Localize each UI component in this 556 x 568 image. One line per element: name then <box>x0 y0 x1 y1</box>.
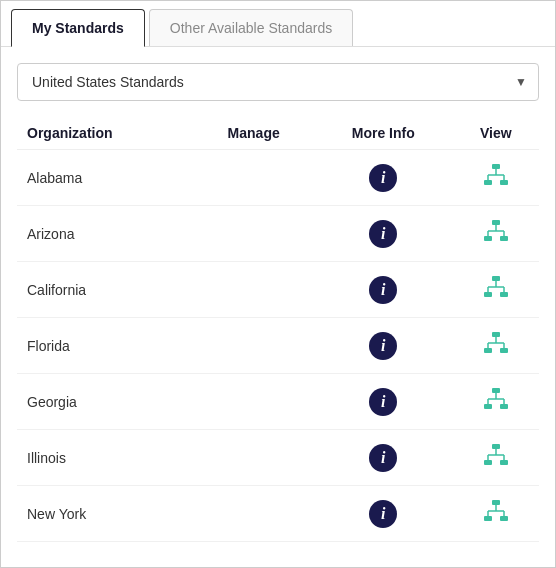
table-row: Arizonai <box>17 206 539 262</box>
cell-manage <box>193 150 314 206</box>
cell-more-info: i <box>314 206 453 262</box>
table-row: New Yorki <box>17 486 539 542</box>
cell-organization: Georgia <box>17 374 193 430</box>
tab-my-standards[interactable]: My Standards <box>11 9 145 47</box>
cell-view <box>453 262 539 318</box>
tab-other-standards[interactable]: Other Available Standards <box>149 9 353 46</box>
svg-rect-7 <box>492 220 500 225</box>
cell-view <box>453 486 539 542</box>
svg-rect-14 <box>492 276 500 281</box>
view-hierarchy-button[interactable] <box>482 498 510 526</box>
cell-organization: New York <box>17 486 193 542</box>
view-hierarchy-button[interactable] <box>482 442 510 470</box>
standards-dropdown-wrapper: United States StandardsInternational Sta… <box>17 63 539 101</box>
cell-organization: Arizona <box>17 206 193 262</box>
standards-table-area: Organization Manage More Info View Alaba… <box>17 117 539 567</box>
svg-rect-1 <box>484 180 492 185</box>
cell-more-info: i <box>314 374 453 430</box>
view-hierarchy-button[interactable] <box>482 386 510 414</box>
svg-rect-36 <box>484 460 492 465</box>
info-icon-button[interactable]: i <box>369 276 397 304</box>
svg-rect-28 <box>492 388 500 393</box>
cell-view <box>453 206 539 262</box>
svg-rect-22 <box>484 348 492 353</box>
cell-organization: Illinois <box>17 430 193 486</box>
cell-organization: Florida <box>17 318 193 374</box>
cell-manage <box>193 486 314 542</box>
svg-rect-29 <box>484 404 492 409</box>
content-area: United States StandardsInternational Sta… <box>1 47 555 567</box>
cell-manage <box>193 430 314 486</box>
svg-rect-23 <box>500 348 508 353</box>
cell-manage <box>193 318 314 374</box>
svg-rect-37 <box>500 460 508 465</box>
cell-manage <box>193 262 314 318</box>
cell-more-info: i <box>314 318 453 374</box>
col-header-manage: Manage <box>193 117 314 150</box>
view-hierarchy-button[interactable] <box>482 274 510 302</box>
svg-rect-44 <box>500 516 508 521</box>
view-hierarchy-button[interactable] <box>482 162 510 190</box>
info-icon-button[interactable]: i <box>369 220 397 248</box>
cell-more-info: i <box>314 262 453 318</box>
table-header-row: Organization Manage More Info View <box>17 117 539 150</box>
svg-rect-15 <box>484 292 492 297</box>
col-header-more-info: More Info <box>314 117 453 150</box>
svg-rect-42 <box>492 500 500 505</box>
cell-organization: Alabama <box>17 150 193 206</box>
table-row: Californiai <box>17 262 539 318</box>
standards-dropdown[interactable]: United States StandardsInternational Sta… <box>17 63 539 101</box>
info-icon-button[interactable]: i <box>369 444 397 472</box>
cell-more-info: i <box>314 486 453 542</box>
svg-rect-0 <box>492 164 500 169</box>
svg-rect-21 <box>492 332 500 337</box>
svg-rect-8 <box>484 236 492 241</box>
view-hierarchy-button[interactable] <box>482 330 510 358</box>
table-row: Alabamai <box>17 150 539 206</box>
svg-rect-35 <box>492 444 500 449</box>
cell-view <box>453 318 539 374</box>
svg-rect-9 <box>500 236 508 241</box>
view-hierarchy-button[interactable] <box>482 218 510 246</box>
info-icon-button[interactable]: i <box>369 388 397 416</box>
cell-view <box>453 374 539 430</box>
cell-view <box>453 430 539 486</box>
table-body: Alabamai Arizonai <box>17 150 539 542</box>
cell-more-info: i <box>314 150 453 206</box>
info-icon-button[interactable]: i <box>369 164 397 192</box>
info-icon-button[interactable]: i <box>369 332 397 360</box>
cell-organization: California <box>17 262 193 318</box>
col-header-view: View <box>453 117 539 150</box>
col-header-organization: Organization <box>17 117 193 150</box>
tab-bar: My Standards Other Available Standards <box>1 1 555 47</box>
cell-manage <box>193 374 314 430</box>
table-row: Georgiai <box>17 374 539 430</box>
cell-more-info: i <box>314 430 453 486</box>
standards-table: Organization Manage More Info View Alaba… <box>17 117 539 542</box>
cell-view <box>453 150 539 206</box>
main-container: My Standards Other Available Standards U… <box>0 0 556 568</box>
cell-manage <box>193 206 314 262</box>
svg-rect-2 <box>500 180 508 185</box>
svg-rect-16 <box>500 292 508 297</box>
svg-rect-30 <box>500 404 508 409</box>
svg-rect-43 <box>484 516 492 521</box>
info-icon-button[interactable]: i <box>369 500 397 528</box>
table-row: Floridai <box>17 318 539 374</box>
table-row: Illinoisi <box>17 430 539 486</box>
